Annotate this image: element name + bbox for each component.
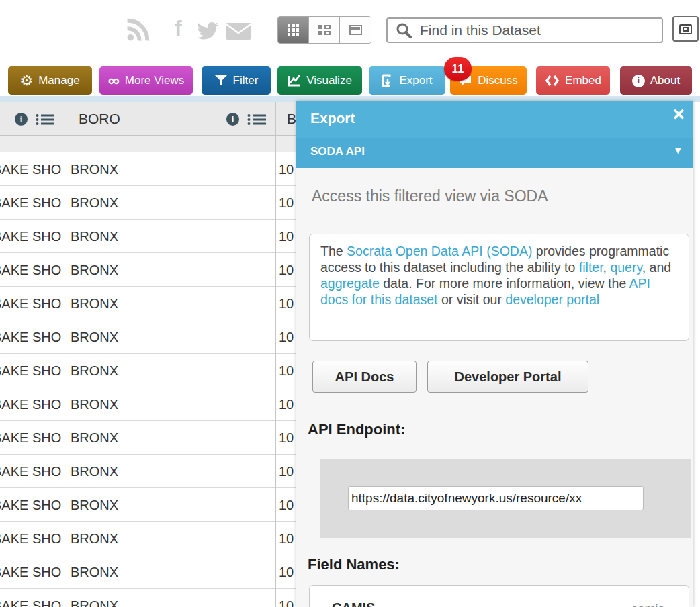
rss-icon[interactable] xyxy=(125,17,150,43)
table-row[interactable]: BAKE SHOBRONX10 xyxy=(0,320,300,354)
cell-dba[interactable]: BAKE SHO xyxy=(0,455,61,488)
column-menu-icon[interactable] xyxy=(36,114,54,125)
table-row[interactable]: BAKE SHOBRONX10 xyxy=(0,287,300,320)
info-text: or visit our xyxy=(438,292,506,307)
export-download-icon xyxy=(382,74,394,87)
developer-portal-link[interactable]: developer portal xyxy=(505,292,599,307)
cell-dba[interactable]: BAKE SHO xyxy=(0,589,61,607)
cell-dba[interactable]: BAKE SHO xyxy=(0,287,61,320)
info-text: , and xyxy=(642,260,671,275)
page-view-button[interactable] xyxy=(340,17,371,43)
info-text: The xyxy=(320,244,347,259)
cell-dba[interactable]: BAKE SHO xyxy=(0,387,61,421)
table-row[interactable]: BAKE SHOBRONX10 xyxy=(0,455,300,488)
manage-button[interactable]: ⚙ Manage xyxy=(8,66,92,95)
developer-portal-button[interactable]: Developer Portal xyxy=(427,361,588,393)
cell-boro[interactable]: BRONX xyxy=(71,455,265,488)
mail-icon[interactable] xyxy=(226,23,251,40)
filter-button[interactable]: Filter xyxy=(202,66,271,95)
cell-boro[interactable]: BRONX xyxy=(71,354,265,387)
find-in-dataset-search[interactable] xyxy=(386,17,663,43)
table-row[interactable]: BAKE SHOBRONX10 xyxy=(0,488,300,522)
code-brackets-icon xyxy=(545,75,560,87)
view-toggle-group xyxy=(277,16,371,44)
about-button[interactable]: i About xyxy=(620,66,692,95)
cell-boro[interactable]: BRONX xyxy=(71,522,265,555)
column-menu-icon[interactable] xyxy=(247,114,266,125)
api-docs-button[interactable]: API Docs xyxy=(312,361,417,393)
infinity-icon: ∞ xyxy=(108,75,120,87)
cell-boro[interactable]: BRONX xyxy=(71,387,265,421)
cell-dba[interactable]: BAKE SHO xyxy=(0,488,61,522)
column-info-icon[interactable]: i xyxy=(15,113,28,126)
about-label: About xyxy=(650,74,680,87)
cell-dba[interactable]: BAKE SHO xyxy=(0,555,61,589)
table-row[interactable]: BAKE SHOBRONX10 xyxy=(0,253,300,287)
filter-link[interactable]: filter xyxy=(579,260,603,275)
funnel-icon xyxy=(214,75,228,87)
cell-boro[interactable]: BRONX xyxy=(71,589,265,607)
cell-dba[interactable]: BAKE SHO xyxy=(0,152,61,186)
export-label: Export xyxy=(399,74,432,87)
twitter-icon[interactable] xyxy=(196,21,219,40)
field-names-label: Field Names: xyxy=(308,556,400,573)
cell-dba[interactable]: BAKE SHO xyxy=(0,354,61,387)
fullscreen-button[interactable] xyxy=(672,16,699,42)
search-icon xyxy=(396,22,412,38)
discuss-label: Discuss xyxy=(478,74,518,87)
cell-dba[interactable]: BAKE SHO xyxy=(0,320,61,354)
table-row[interactable]: BAKE SHOBRONX10 xyxy=(0,354,300,387)
field-names-box: CAMIS camis xyxy=(309,585,689,607)
table-header-row: i BORO i BUILDING xyxy=(0,102,300,136)
more-views-label: More Views xyxy=(125,74,185,87)
more-views-button[interactable]: ∞ More Views xyxy=(99,66,193,95)
discuss-count-badge: 11 xyxy=(444,57,472,81)
facebook-icon[interactable]: f xyxy=(175,16,182,41)
cell-boro[interactable]: BRONX xyxy=(71,488,265,522)
table-row[interactable]: BAKE SHOBRONX10 xyxy=(0,152,300,186)
embed-button[interactable]: Embed xyxy=(536,66,610,95)
column-divider xyxy=(275,102,276,607)
aggregate-link[interactable]: aggregate xyxy=(320,276,380,291)
table-row[interactable]: BAKE SHOBRONX10 xyxy=(0,555,300,589)
api-endpoint-input[interactable] xyxy=(348,486,644,510)
cell-dba[interactable]: BAKE SHO xyxy=(0,522,61,555)
dataset-table: i BORO i BUILDING BAKE SHOBRONX10 BAKE S… xyxy=(0,102,300,607)
visualize-button[interactable]: Visualize xyxy=(277,66,362,95)
cell-boro[interactable]: BRONX xyxy=(71,152,265,186)
dataset-page: f ⚙ Manage ∞ More Views xyxy=(0,0,700,607)
cell-dba[interactable]: BAKE SHO xyxy=(0,253,61,287)
rich-list-view-button[interactable] xyxy=(309,17,340,43)
cell-boro[interactable]: BRONX xyxy=(71,320,265,354)
cell-boro[interactable]: BRONX xyxy=(71,253,265,287)
table-row[interactable]: BAKE SHOBRONX10 xyxy=(0,522,300,555)
table-row[interactable]: BAKE SHOBRONX10 xyxy=(0,186,300,220)
top-divider xyxy=(0,7,700,7)
close-icon[interactable]: × xyxy=(672,104,685,124)
cell-dba[interactable]: BAKE SHO xyxy=(0,421,61,455)
chevron-down-icon: ▼ xyxy=(673,145,683,156)
export-panel: Export × SODA API ▼ Access this filtered… xyxy=(296,101,693,607)
search-input[interactable] xyxy=(420,22,648,38)
cell-dba[interactable]: BAKE SHO xyxy=(0,186,61,220)
table-row[interactable]: BAKE SHOBRONX10 xyxy=(0,387,300,421)
table-view-button[interactable] xyxy=(278,17,309,43)
cell-boro[interactable]: BRONX xyxy=(71,220,265,253)
column-header-boro[interactable]: BORO xyxy=(79,102,120,136)
soda-api-link[interactable]: Socrata Open Data API (SODA) xyxy=(347,244,532,259)
cell-boro[interactable]: BRONX xyxy=(71,555,265,589)
table-row[interactable]: BAKE SHOBRONX10 xyxy=(0,421,300,455)
chart-icon xyxy=(288,75,301,87)
cell-boro[interactable]: BRONX xyxy=(71,421,265,455)
field-api-name: camis xyxy=(631,602,664,607)
cell-boro[interactable]: BRONX xyxy=(71,287,265,320)
soda-api-section-header[interactable]: SODA API ▼ xyxy=(296,138,693,168)
cell-boro[interactable]: BRONX xyxy=(71,186,265,220)
export-button[interactable]: Export xyxy=(369,66,445,95)
column-info-icon[interactable]: i xyxy=(226,113,239,126)
info-icon: i xyxy=(632,75,645,87)
table-row[interactable]: BAKE SHOBRONX10 xyxy=(0,589,300,607)
table-row[interactable]: BAKE SHOBRONX10 xyxy=(0,220,300,253)
query-link[interactable]: query xyxy=(610,260,642,275)
cell-dba[interactable]: BAKE SHO xyxy=(0,220,61,253)
